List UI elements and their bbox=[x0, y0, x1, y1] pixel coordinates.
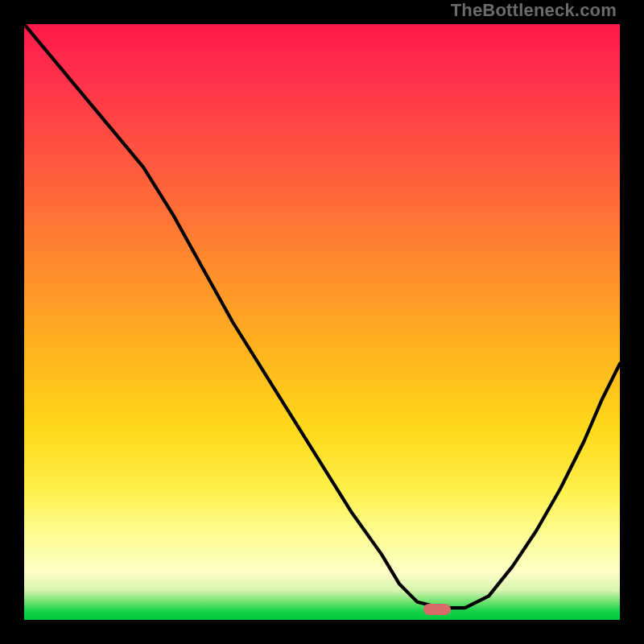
watermark-text: TheBottleneck.com bbox=[451, 0, 617, 21]
optimal-point-marker bbox=[423, 604, 451, 615]
plot-area bbox=[24, 24, 620, 620]
chart-container: TheBottleneck.com bbox=[0, 0, 644, 644]
bottleneck-curve bbox=[24, 24, 620, 620]
